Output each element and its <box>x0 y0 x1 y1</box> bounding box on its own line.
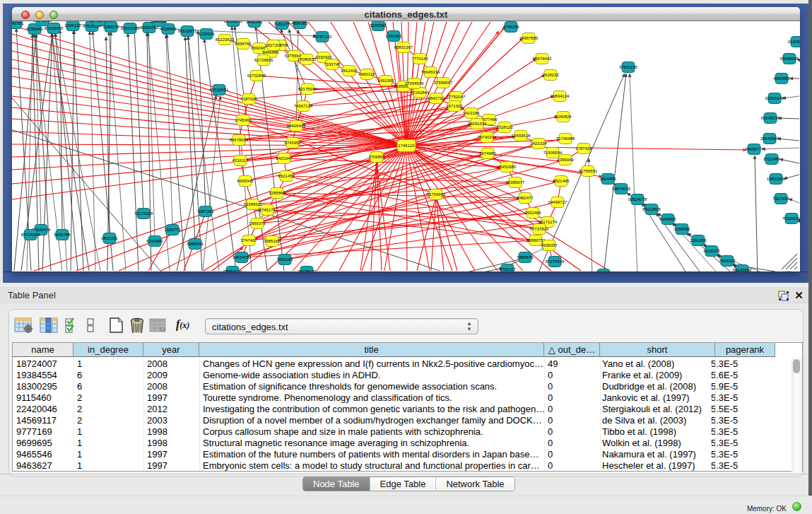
svg-text:6998543: 6998543 <box>187 242 204 246</box>
svg-text:4896383: 4896383 <box>291 21 308 25</box>
svg-text:71756551: 71756551 <box>579 169 598 173</box>
svg-text:2260256: 2260256 <box>690 238 707 243</box>
svg-text:80831367: 80831367 <box>394 45 413 49</box>
svg-text:34957885: 34957885 <box>519 36 539 40</box>
svg-text:1399049: 1399049 <box>557 158 574 162</box>
svg-text:1031051: 1031051 <box>385 34 402 38</box>
svg-text:1824493: 1824493 <box>599 177 616 181</box>
svg-text:6658760: 6658760 <box>235 42 252 46</box>
svg-text:5674680: 5674680 <box>479 151 496 156</box>
svg-text:8721489: 8721489 <box>763 157 780 161</box>
svg-text:94406409: 94406409 <box>287 124 306 128</box>
svg-text:3285884: 3285884 <box>269 191 286 195</box>
svg-text:37631165: 37631165 <box>619 65 638 69</box>
svg-text:7182278: 7182278 <box>273 22 290 26</box>
svg-text:79740344: 79740344 <box>478 135 497 139</box>
svg-text:86578091: 86578091 <box>230 138 249 142</box>
svg-text:67010651: 67010651 <box>210 88 229 92</box>
svg-text:99091334: 99091334 <box>468 122 487 126</box>
svg-text:7193745: 7193745 <box>324 62 341 66</box>
svg-text:87234309: 87234309 <box>21 233 40 237</box>
svg-text:1745961: 1745961 <box>235 118 252 122</box>
svg-text:71746488: 71746488 <box>556 136 575 141</box>
svg-text:37996507: 37996507 <box>434 81 453 85</box>
svg-text:9521456: 9521456 <box>278 174 295 178</box>
svg-text:3518233: 3518233 <box>542 73 559 77</box>
svg-text:4316117: 4316117 <box>233 158 249 163</box>
svg-text:7187026: 7187026 <box>240 97 257 101</box>
svg-text:4060883: 4060883 <box>773 76 790 81</box>
svg-text:60385977: 60385977 <box>506 180 525 185</box>
svg-text:9912419: 9912419 <box>341 69 358 73</box>
svg-text:04499727: 04499727 <box>548 200 567 204</box>
svg-text:36995777: 36995777 <box>745 147 764 151</box>
svg-text:77752047: 77752047 <box>447 95 466 99</box>
svg-text:29946804: 29946804 <box>760 136 779 141</box>
svg-text:7770143: 7770143 <box>411 57 428 61</box>
svg-text:65648236: 65648236 <box>761 116 780 120</box>
svg-text:5430391: 5430391 <box>246 21 263 24</box>
svg-text:6193990: 6193990 <box>146 239 163 243</box>
svg-text:27354549: 27354549 <box>405 81 424 86</box>
svg-text:7991183: 7991183 <box>277 257 294 262</box>
svg-text:7543303: 7543303 <box>719 259 736 263</box>
svg-text:4738299: 4738299 <box>502 25 519 29</box>
svg-text:3158692: 3158692 <box>673 227 690 231</box>
svg-text:55698169: 55698169 <box>780 57 799 61</box>
svg-text:61595148: 61595148 <box>765 96 784 100</box>
svg-text:76320163: 76320163 <box>782 216 800 221</box>
svg-text:7917693: 7917693 <box>772 197 789 201</box>
svg-text:1226916: 1226916 <box>198 32 215 36</box>
svg-text:9821465: 9821465 <box>553 179 570 183</box>
svg-text:1034131: 1034131 <box>64 23 81 28</box>
svg-text:97848018: 97848018 <box>33 21 52 23</box>
svg-text:34874016: 34874016 <box>612 187 631 191</box>
svg-text:81754965: 81754965 <box>427 192 446 197</box>
svg-text:2787429: 2787429 <box>575 146 592 151</box>
svg-text:9413186: 9413186 <box>463 111 480 115</box>
svg-text:96532871: 96532871 <box>178 29 197 33</box>
svg-text:8148932: 8148932 <box>151 21 167 23</box>
svg-text:5098393: 5098393 <box>370 23 387 28</box>
svg-text:83503056: 83503056 <box>121 26 140 30</box>
svg-text:73178108: 73178108 <box>134 211 153 216</box>
svg-text:13493618: 13493618 <box>512 134 531 138</box>
svg-text:74367136: 74367136 <box>294 104 313 108</box>
svg-text:62702895: 62702895 <box>247 74 266 78</box>
svg-text:0812191: 0812191 <box>101 236 118 240</box>
svg-text:3685160: 3685160 <box>264 239 281 243</box>
svg-text:00524278: 00524278 <box>628 197 647 201</box>
svg-text:1671902: 1671902 <box>446 104 463 108</box>
svg-text:3747407: 3747407 <box>240 238 257 243</box>
svg-text:9743953: 9743953 <box>284 141 301 145</box>
svg-text:5240824: 5240824 <box>555 115 572 119</box>
svg-text:15451680: 15451680 <box>498 165 517 169</box>
svg-text:28809570: 28809570 <box>224 21 243 23</box>
svg-text:4745171: 4745171 <box>259 208 276 212</box>
svg-text:2328120: 2328120 <box>496 125 513 129</box>
svg-text:0842710: 0842710 <box>428 96 445 100</box>
svg-text:1746120: 1746120 <box>398 144 415 148</box>
svg-text:4005045: 4005045 <box>237 179 254 183</box>
svg-text:9421047: 9421047 <box>276 156 293 160</box>
svg-text:01429401: 01429401 <box>788 40 800 44</box>
svg-text:3709859: 3709859 <box>368 155 385 159</box>
svg-text:85574443: 85574443 <box>533 57 552 61</box>
svg-text:81223623: 81223623 <box>216 37 235 42</box>
svg-text:67737826: 67737826 <box>530 227 549 231</box>
svg-text:1491905: 1491905 <box>377 78 394 83</box>
svg-text:76945314: 76945314 <box>421 70 440 74</box>
svg-text:87277434: 87277434 <box>546 259 565 264</box>
svg-text:1326773: 1326773 <box>164 228 181 232</box>
svg-text:6204505: 6204505 <box>659 217 676 221</box>
svg-text:6155940: 6155940 <box>26 27 43 31</box>
svg-text:82175946: 82175946 <box>298 87 317 91</box>
svg-text:9636057: 9636057 <box>541 243 558 247</box>
svg-text:65787133: 65787133 <box>313 35 332 39</box>
svg-text:17080531: 17080531 <box>298 57 317 62</box>
svg-text:34624751: 34624751 <box>233 255 252 259</box>
svg-text:4966319: 4966319 <box>358 72 375 76</box>
svg-text:1969379: 1969379 <box>249 221 266 226</box>
svg-text:57262849: 57262849 <box>411 90 430 95</box>
svg-text:7889579: 7889579 <box>517 255 534 259</box>
